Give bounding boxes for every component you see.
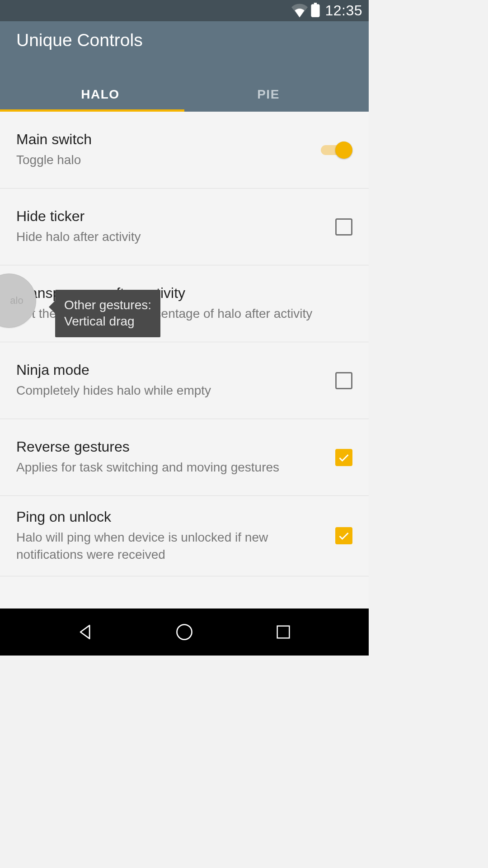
checkbox[interactable]: [335, 527, 352, 544]
status-clock: 12:35: [325, 2, 362, 19]
setting-reverse-gestures[interactable]: Reverse gestures Applies for task switch…: [0, 419, 369, 496]
setting-text: Main switch Toggle halo: [16, 131, 321, 169]
app-header: Unique Controls HALO PIE: [0, 21, 369, 112]
toggle-switch[interactable]: [321, 141, 352, 160]
svg-point-0: [177, 625, 192, 640]
gesture-tooltip: Other gestures: Vertical drag: [55, 290, 160, 337]
home-button[interactable]: [173, 620, 196, 644]
svg-rect-1: [277, 626, 289, 638]
setting-title: Main switch: [16, 131, 312, 148]
check-icon: [338, 529, 350, 542]
settings-list[interactable]: Main switch Toggle halo Hide ticker Hide…: [0, 112, 369, 609]
recents-button[interactable]: [272, 620, 295, 644]
checkbox[interactable]: [335, 449, 352, 466]
setting-ping-on-unlock[interactable]: Ping on unlock Halo will ping when devic…: [0, 496, 369, 576]
switch-thumb: [335, 142, 352, 159]
back-button[interactable]: [74, 620, 97, 644]
home-icon: [174, 622, 194, 642]
setting-title: Reverse gestures: [16, 439, 326, 455]
setting-title: Hide ticker: [16, 208, 326, 225]
recents-icon: [274, 623, 292, 641]
setting-main-switch[interactable]: Main switch Toggle halo: [0, 112, 369, 189]
tab-halo[interactable]: HALO: [16, 77, 184, 112]
setting-text: Ping on unlock Halo will ping when devic…: [16, 509, 335, 563]
setting-text: Reverse gestures Applies for task switch…: [16, 439, 335, 476]
checkbox[interactable]: [335, 218, 352, 236]
setting-title: Ping on unlock: [16, 509, 326, 525]
page-title: Unique Controls: [16, 30, 352, 77]
tooltip-line1: Other gestures:: [64, 297, 151, 313]
setting-hide-ticker[interactable]: Hide ticker Hide halo after activity: [0, 189, 369, 265]
halo-bubble-text: alo: [10, 295, 23, 307]
back-icon: [75, 622, 95, 642]
setting-ninja-mode[interactable]: Ninja mode Completely hides halo while e…: [0, 342, 369, 419]
battery-icon: [310, 3, 320, 19]
setting-subtitle: Toggle halo: [16, 151, 312, 169]
wifi-icon: [291, 2, 308, 20]
nav-bar: [0, 609, 369, 656]
tab-bar: HALO PIE: [16, 77, 352, 112]
tab-label: HALO: [81, 87, 119, 102]
setting-subtitle: Completely hides halo while empty: [16, 382, 326, 399]
setting-text: Hide ticker Hide halo after activity: [16, 208, 335, 245]
setting-subtitle: Halo will ping when device is unlocked i…: [16, 529, 326, 563]
check-icon: [338, 451, 350, 464]
tab-pie[interactable]: PIE: [184, 77, 352, 112]
checkbox[interactable]: [335, 372, 352, 389]
setting-title: Ninja mode: [16, 362, 326, 378]
tooltip-line2: Vertical drag: [64, 313, 151, 330]
setting-subtitle: Applies for task switching and moving ge…: [16, 459, 326, 476]
setting-subtitle: Hide halo after activity: [16, 228, 326, 245]
setting-text: Ninja mode Completely hides halo while e…: [16, 362, 335, 399]
status-bar: 12:35: [0, 0, 369, 21]
tab-label: PIE: [257, 87, 280, 102]
